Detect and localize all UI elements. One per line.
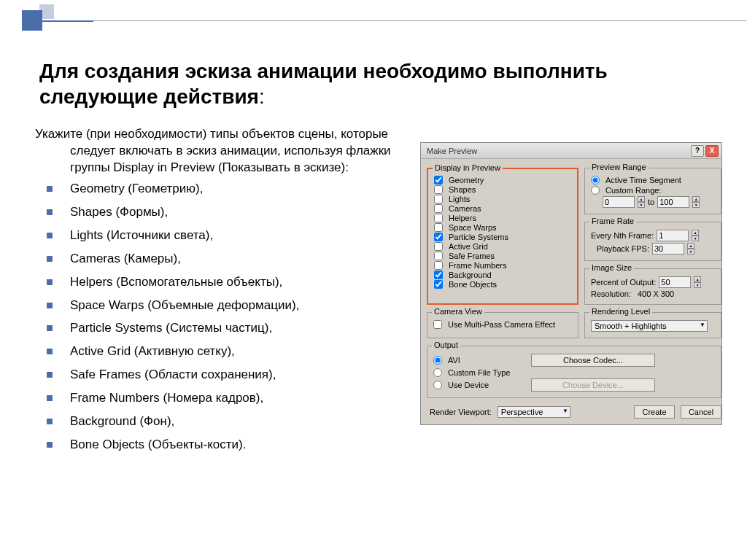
intro-paragraph: Укажите (при необходимости) типы объекто… <box>35 126 407 176</box>
preview-range-legend: Preview Range <box>589 163 649 171</box>
content-text: Укажите (при необходимости) типы объекто… <box>35 126 407 460</box>
display-checkbox-geometry[interactable] <box>434 176 443 184</box>
avi-radio[interactable] <box>433 356 442 365</box>
use-device-label: Use Device <box>448 381 528 389</box>
display-label: Particle Systems <box>449 233 508 241</box>
to-label: to <box>648 198 654 206</box>
display-checkbox-frame-numbers[interactable] <box>434 261 443 270</box>
display-item-row: Cameras <box>434 204 571 213</box>
display-label: Helpers <box>449 214 476 222</box>
use-device-radio[interactable] <box>433 381 442 389</box>
bullet-item: Lights (Источники света), <box>35 228 407 244</box>
resolution-label: Resolution: <box>591 289 635 298</box>
range-from-input[interactable] <box>603 196 635 208</box>
display-checkbox-particle-systems[interactable] <box>434 233 443 241</box>
spinner-icon[interactable]: ▲▼ <box>694 276 701 288</box>
display-label: Active Grid <box>449 242 488 251</box>
bullet-item: Helpers (Вспомогательные объекты), <box>35 274 407 291</box>
range-to-input[interactable] <box>657 196 689 208</box>
output-legend: Output <box>432 341 460 349</box>
percent-output-label: Percent of Output: <box>591 278 656 287</box>
display-label: Shapes <box>449 185 476 194</box>
active-time-label: Active Time Segment <box>605 176 681 184</box>
camera-view-group: Camera View Use Multi-Pass Camera Effect <box>427 312 578 338</box>
display-checkbox-safe-frames[interactable] <box>434 252 443 260</box>
display-checkbox-bone-objects[interactable] <box>434 280 443 289</box>
rendering-level-legend: Rendering Level <box>589 307 652 316</box>
display-label: Safe Frames <box>449 252 495 260</box>
dialog-titlebar[interactable]: Make Preview ? X <box>421 143 721 159</box>
custom-file-label: Custom File Type <box>448 368 510 377</box>
display-in-preview-group: Display in Preview GeometryShapesLightsC… <box>427 168 578 305</box>
custom-range-radio[interactable] <box>591 186 600 195</box>
title-text: Для создания эскиза анимации необходимо … <box>39 60 608 108</box>
bullet-item: Geometry (Геометрию), <box>35 181 407 198</box>
bullet-item: Particle Systems (Системы частиц), <box>35 320 407 337</box>
display-checkbox-active-grid[interactable] <box>434 242 443 251</box>
bullet-item: Bone Objects (Объекты-кости). <box>35 437 407 454</box>
nth-frame-label: Every Nth Frame: <box>591 231 654 240</box>
dialog-bottom-row: Render Viewport: Perspective Create Canc… <box>427 402 721 419</box>
bullet-item: Shapes (Формы), <box>35 204 407 221</box>
percent-output-input[interactable] <box>659 276 691 288</box>
display-item-row: Particle Systems <box>434 233 571 241</box>
frame-rate-group: Frame Rate Every Nth Frame: ▲▼ Playback … <box>584 222 721 261</box>
display-item-row: Shapes <box>434 185 571 194</box>
image-size-group: Image Size Percent of Output: ▲▼ Resolut… <box>584 268 721 305</box>
display-item-row: Helpers <box>434 214 571 222</box>
bullet-item: Space Warps (Объемные деформации), <box>35 298 407 314</box>
custom-file-radio[interactable] <box>433 368 442 377</box>
display-item-row: Safe Frames <box>434 252 571 260</box>
page-title: Для создания эскиза анимации необходимо … <box>39 58 711 109</box>
display-checkbox-background[interactable] <box>434 271 443 279</box>
bullet-item: Active Grid (Активную сетку), <box>35 343 407 360</box>
display-checkbox-helpers[interactable] <box>434 214 443 222</box>
display-label: Frame Numbers <box>449 261 506 270</box>
display-label: Lights <box>449 195 470 203</box>
create-button[interactable]: Create <box>634 405 675 419</box>
make-preview-dialog: Make Preview ? X Preview Range Active Ti… <box>420 142 722 425</box>
display-checkbox-cameras[interactable] <box>434 204 443 213</box>
camera-view-legend: Camera View <box>432 307 484 316</box>
display-label: Cameras <box>449 204 481 213</box>
spinner-icon[interactable]: ▲▼ <box>638 196 645 208</box>
spinner-icon[interactable]: ▲▼ <box>692 230 699 241</box>
rendering-level-group: Rendering Level Smooth + Highlights <box>584 312 721 338</box>
display-item-row: Bone Objects <box>434 280 571 289</box>
display-checkbox-shapes[interactable] <box>434 185 443 194</box>
render-viewport-select[interactable]: Perspective <box>498 406 570 418</box>
display-legend: Display in Preview <box>433 163 503 172</box>
playback-fps-input[interactable] <box>652 243 684 254</box>
display-item-row: Geometry <box>434 176 571 184</box>
bullet-item: Safe Frames (Области сохранения), <box>35 367 407 384</box>
avi-label: AVI <box>448 356 528 365</box>
resolution-value: 400 X 300 <box>638 289 674 298</box>
choose-codec-button[interactable]: Choose Codec... <box>531 354 655 367</box>
display-item-row: Lights <box>434 195 571 203</box>
choose-device-button[interactable]: Choose Device... <box>531 378 655 392</box>
spinner-icon[interactable]: ▲▼ <box>687 243 694 254</box>
bullet-list: Geometry (Геометрию), Shapes (Формы),Lig… <box>35 181 407 454</box>
nth-frame-input[interactable] <box>657 230 689 241</box>
close-button[interactable]: X <box>705 145 719 157</box>
help-button[interactable]: ? <box>691 145 704 157</box>
display-item-row: Frame Numbers <box>434 261 571 270</box>
bullet-item: Background (Фон), <box>35 413 407 430</box>
image-size-legend: Image Size <box>589 263 634 272</box>
display-item-row: Background <box>434 271 571 279</box>
display-label: Geometry <box>449 176 484 184</box>
display-checkbox-space-warps[interactable] <box>434 223 443 232</box>
preview-range-group: Preview Range Active Time Segment Custom… <box>584 168 721 214</box>
bullet-item: Cameras (Камеры), <box>35 251 407 268</box>
cancel-button[interactable]: Cancel <box>681 405 721 419</box>
title-colon: : <box>259 85 265 108</box>
active-time-radio[interactable] <box>591 176 600 184</box>
multipass-checkbox[interactable] <box>433 320 442 329</box>
display-checkbox-lights[interactable] <box>434 195 443 203</box>
display-label: Bone Objects <box>449 280 497 289</box>
rendering-level-select[interactable]: Smooth + Highlights <box>591 320 708 332</box>
display-item-row: Space Warps <box>434 223 571 232</box>
bullet-item: Frame Numbers (Номера кадров), <box>35 390 407 407</box>
display-label: Space Warps <box>449 223 497 232</box>
spinner-icon[interactable]: ▲▼ <box>692 196 700 208</box>
